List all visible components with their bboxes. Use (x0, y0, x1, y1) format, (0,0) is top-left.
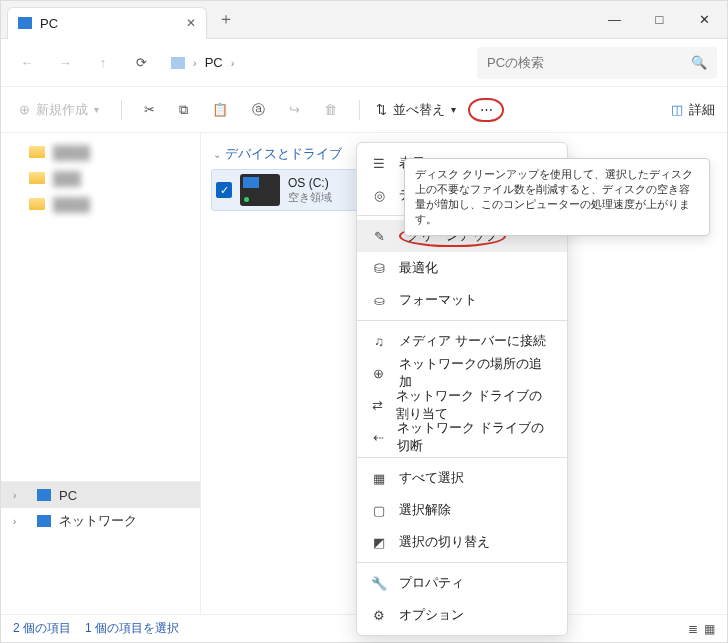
ctx-media-server[interactable]: ♫メディア サーバーに接続 (357, 325, 567, 357)
chevron-right-icon: › (231, 57, 235, 69)
delete-icon: 🗑 (324, 102, 337, 117)
titlebar: PC ✕ ＋ ― □ ✕ (1, 1, 727, 39)
net-location-icon: ⊕ (371, 365, 387, 381)
breadcrumb[interactable]: › PC › (163, 55, 383, 70)
checkbox-checked-icon[interactable]: ✓ (216, 182, 232, 198)
view-large-icon[interactable]: ▦ (704, 622, 715, 636)
sidebar-folder[interactable]: ████ (1, 139, 200, 165)
status-item-count: 2 個の項目 (13, 620, 71, 637)
details-pane-icon[interactable]: ◫ (671, 102, 683, 117)
new-label: 新規作成 (36, 101, 88, 119)
drive-sub: 空き領域 (288, 190, 332, 205)
chevron-right-icon[interactable]: › (13, 490, 25, 501)
disc-icon: ◎ (371, 187, 387, 203)
ctx-add-net-loc[interactable]: ⊕ネットワークの場所の追加 (357, 357, 567, 389)
tab-pc[interactable]: PC ✕ (7, 7, 207, 39)
chevron-down-icon: ▾ (94, 104, 99, 115)
paste-icon: 📋 (212, 102, 228, 117)
sidebar-item-pc[interactable]: › PC (1, 482, 200, 508)
sidebar: ████ ███ ████ › PC › ネットワーク (1, 133, 201, 614)
options-icon: ⚙ (371, 607, 387, 623)
sort-button[interactable]: ⇅ 並べ替え ▾ (376, 101, 456, 119)
ctx-optimize[interactable]: ⛁最適化 (357, 252, 567, 284)
back-button[interactable]: ← (11, 47, 43, 79)
rename-icon: ⓐ (252, 101, 265, 119)
cut-icon: ✂ (144, 102, 155, 117)
sort-icon: ⇅ (376, 102, 387, 117)
minimize-button[interactable]: ― (592, 5, 637, 35)
folder-icon (29, 172, 45, 184)
search-input[interactable] (487, 55, 683, 70)
close-tab-icon[interactable]: ✕ (186, 16, 196, 30)
disconnect-drive-icon: ⇠ (371, 429, 385, 445)
view-details-icon[interactable]: ≣ (688, 622, 698, 636)
media-server-icon: ♫ (371, 333, 387, 349)
select-all-icon: ▦ (371, 470, 387, 486)
ctx-options[interactable]: ⚙オプション (357, 599, 567, 631)
view-icon: ☰ (371, 155, 387, 171)
format-icon: ⛀ (371, 292, 387, 308)
ctx-select-all[interactable]: ▦すべて選択 (357, 462, 567, 494)
up-button[interactable]: ↑ (87, 47, 119, 79)
sort-label: 並べ替え (393, 101, 445, 119)
more-button[interactable]: ⋯ (468, 98, 504, 122)
separator (357, 562, 567, 563)
divider (121, 100, 122, 120)
sidebar-pc-label: PC (59, 488, 77, 503)
forward-button[interactable]: → (49, 47, 81, 79)
sidebar-item-network[interactable]: › ネットワーク (1, 508, 200, 534)
ctx-map-net-drive[interactable]: ⇄ネットワーク ドライブの割り当て (357, 389, 567, 421)
delete-button[interactable]: 🗑 (318, 94, 343, 126)
refresh-button[interactable]: ⟳ (125, 47, 157, 79)
toolbar: ⊕ 新規作成 ▾ ✂ ⧉ 📋 ⓐ ↪ 🗑 ⇅ 並べ替え ▾ ⋯ ◫ 詳細 (1, 87, 727, 133)
divider (359, 100, 360, 120)
window-buttons: ― □ ✕ (592, 5, 727, 35)
ctx-disconnect-net-drive[interactable]: ⇠ネットワーク ドライブの切断 (357, 421, 567, 453)
separator (357, 457, 567, 458)
pc-icon (18, 17, 32, 29)
paste-button[interactable]: 📋 (206, 94, 234, 126)
new-button[interactable]: ⊕ 新規作成 ▾ (13, 94, 105, 126)
copy-button[interactable]: ⧉ (173, 94, 194, 126)
sidebar-folder[interactable]: ███ (1, 165, 200, 191)
ctx-select-none[interactable]: ▢選択解除 (357, 494, 567, 526)
ctx-invert-selection[interactable]: ◩選択の切り替え (357, 526, 567, 558)
cleanup-icon: ✎ (371, 228, 387, 244)
new-tab-button[interactable]: ＋ (211, 9, 241, 30)
plus-circle-icon: ⊕ (19, 102, 30, 117)
chevron-right-icon[interactable]: › (13, 516, 25, 527)
folder-icon (29, 198, 45, 210)
sidebar-network-label: ネットワーク (59, 512, 137, 530)
explorer-window: PC ✕ ＋ ― □ ✕ ← → ↑ ⟳ › PC › 🔍 ⊕ 新規作成 ▾ (0, 0, 728, 643)
search-box[interactable]: 🔍 (477, 47, 717, 79)
sidebar-folder[interactable]: ████ (1, 191, 200, 217)
chevron-down-icon: ▾ (451, 104, 456, 115)
share-button[interactable]: ↪ (283, 94, 306, 126)
separator (357, 320, 567, 321)
pc-icon (37, 489, 51, 501)
nav-row: ← → ↑ ⟳ › PC › 🔍 (1, 39, 727, 87)
invert-selection-icon: ◩ (371, 534, 387, 550)
optimize-icon: ⛁ (371, 260, 387, 276)
ctx-format[interactable]: ⛀フォーマット (357, 284, 567, 316)
drive-icon (240, 174, 280, 206)
more-icon: ⋯ (480, 102, 493, 117)
map-drive-icon: ⇄ (371, 397, 384, 413)
status-selected-count: 1 個の項目を選択 (85, 620, 179, 637)
pc-icon (171, 57, 185, 69)
search-icon: 🔍 (691, 55, 707, 70)
tooltip-cleanup: ディスク クリーンアップを使用して、選択したディスク上の不要なファイル数を削減す… (404, 158, 710, 236)
close-button[interactable]: ✕ (682, 5, 727, 35)
details-label[interactable]: 詳細 (689, 101, 715, 119)
rename-button[interactable]: ⓐ (246, 94, 271, 126)
share-icon: ↪ (289, 102, 300, 117)
maximize-button[interactable]: □ (637, 5, 682, 35)
copy-icon: ⧉ (179, 102, 188, 118)
tab-title: PC (40, 16, 58, 31)
select-none-icon: ▢ (371, 502, 387, 518)
network-icon (37, 515, 51, 527)
ctx-properties[interactable]: 🔧プロパティ (357, 567, 567, 599)
tooltip-text: ディスク クリーンアップを使用して、選択したディスク上の不要なファイル数を削減す… (415, 168, 693, 225)
crumb-pc[interactable]: PC (205, 55, 223, 70)
cut-button[interactable]: ✂ (138, 94, 161, 126)
